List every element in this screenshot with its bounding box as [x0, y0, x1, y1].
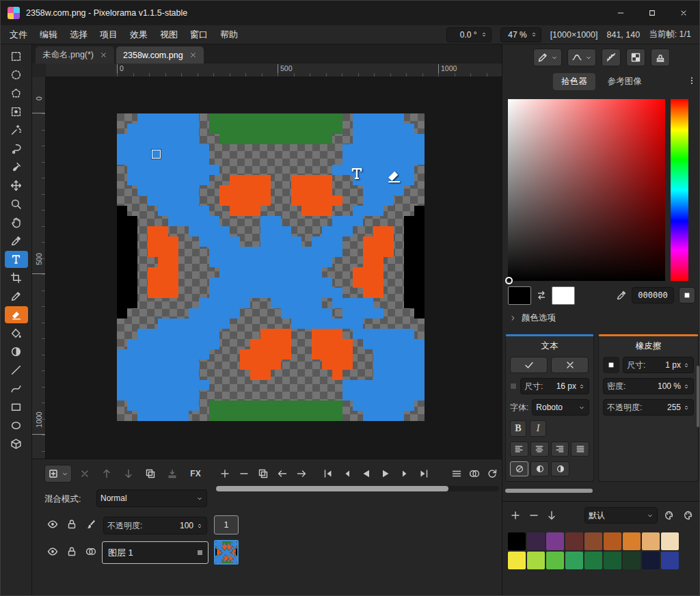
move-layer-down-button[interactable]: [120, 465, 137, 483]
tool-zoom[interactable]: [5, 195, 28, 213]
add-frame-button[interactable]: [216, 465, 234, 483]
tab-close-icon[interactable]: [100, 51, 107, 59]
layer-fx-button[interactable]: FX: [185, 465, 206, 483]
remove-frame-button[interactable]: [235, 465, 253, 483]
value-slider-grip[interactable]: [510, 383, 517, 390]
zoom-spinbox[interactable]: 47 %: [500, 27, 541, 42]
move-layer-up-button[interactable]: [98, 465, 116, 483]
go-first-frame-button[interactable]: [319, 465, 337, 483]
clone-layer-button[interactable]: [142, 465, 159, 483]
bold-button[interactable]: B: [510, 420, 526, 437]
spin-arrows-icon[interactable]: [683, 382, 690, 391]
add-layer-button[interactable]: [44, 465, 72, 483]
tool-rect-select[interactable]: [5, 48, 28, 65]
merge-layer-button[interactable]: [163, 465, 181, 483]
palette-swatch[interactable]: [604, 552, 621, 569]
tab-untitled[interactable]: 未命名.png(*): [36, 46, 114, 64]
minimize-button[interactable]: [605, 1, 636, 25]
brush-option-button[interactable]: [533, 49, 562, 66]
move-frame-right-button[interactable]: [293, 465, 310, 483]
hex-color-input[interactable]: 000000: [632, 287, 674, 303]
spin-arrows-icon[interactable]: [683, 361, 690, 370]
sort-swatches-button[interactable]: [544, 508, 559, 523]
tab-color-picker[interactable]: 拾色器: [553, 73, 595, 90]
tool-ellipse[interactable]: [5, 417, 28, 434]
tool-panel-scrollbar[interactable]: [505, 489, 593, 493]
spin-arrows-icon[interactable]: [481, 30, 487, 39]
spin-arrows-icon[interactable]: [578, 382, 585, 391]
tool-pan[interactable]: [5, 214, 28, 231]
tool-rectangle[interactable]: [5, 398, 28, 416]
hue-slider[interactable]: [671, 99, 688, 281]
tool-pencil[interactable]: [5, 288, 28, 305]
italic-button[interactable]: I: [530, 420, 546, 437]
tool-color-select[interactable]: [5, 103, 28, 120]
add-swatch-button[interactable]: [508, 508, 523, 523]
text-confirm-button[interactable]: [510, 357, 548, 373]
close-button[interactable]: [668, 1, 699, 25]
primary-color-swatch[interactable]: [508, 286, 531, 305]
cel-thumbnail[interactable]: [214, 540, 239, 565]
palette-swatch[interactable]: [565, 552, 583, 569]
spin-arrows-icon[interactable]: [530, 30, 537, 39]
text-cancel-button[interactable]: [551, 357, 589, 373]
palette-swatch[interactable]: [642, 552, 660, 569]
frame-header-1[interactable]: 1: [214, 515, 239, 534]
tile-mode-button[interactable]: [626, 49, 645, 66]
pixel-canvas[interactable]: [117, 113, 425, 421]
tool-crop[interactable]: [5, 269, 28, 286]
menu-effects[interactable]: 效果: [124, 29, 154, 41]
move-frame-left-button[interactable]: [273, 465, 291, 483]
palette-swatch[interactable]: [527, 552, 545, 569]
palette-swatch[interactable]: [584, 532, 602, 550]
next-frame-button[interactable]: [396, 465, 414, 483]
menu-file[interactable]: 文件: [3, 29, 33, 41]
palette-swatch[interactable]: [508, 552, 526, 569]
tool-line[interactable]: [5, 362, 28, 379]
layer-cel-link-toggle[interactable]: [83, 515, 99, 533]
tool-paint-select[interactable]: [5, 159, 28, 176]
menu-view[interactable]: 视图: [154, 29, 184, 41]
tab-close-icon[interactable]: [189, 51, 197, 59]
tool-shading[interactable]: [5, 343, 28, 360]
font-dropdown[interactable]: Roboto: [532, 399, 589, 416]
loop-mode-button[interactable]: [483, 465, 501, 483]
resize-grip[interactable]: [198, 550, 202, 555]
palette-swatch[interactable]: [661, 552, 679, 569]
menu-window[interactable]: 窗口: [184, 29, 214, 41]
color-selector-handle[interactable]: [505, 277, 513, 284]
screen-color-picker-button[interactable]: [616, 290, 627, 301]
tool-poly-select[interactable]: [5, 85, 28, 102]
tab-reference-images[interactable]: 参考图像: [600, 73, 650, 90]
layer-lock-toggle[interactable]: [64, 515, 80, 533]
play-backwards-button[interactable]: [358, 465, 375, 483]
tool-lasso[interactable]: [5, 140, 28, 157]
tool-curve[interactable]: [5, 380, 28, 397]
layer-name-field[interactable]: 图层 1: [102, 541, 208, 564]
align-left-button[interactable]: [510, 442, 528, 457]
palette-swatch[interactable]: [565, 532, 583, 550]
align-center-button[interactable]: [530, 442, 549, 457]
layer1-visibility-toggle[interactable]: [44, 543, 61, 560]
color-mode-button[interactable]: [679, 287, 695, 303]
menu-help[interactable]: 帮助: [214, 29, 244, 41]
remove-layer-button[interactable]: [76, 465, 94, 483]
spin-arrows-icon[interactable]: [683, 403, 690, 412]
palette-select-dropdown[interactable]: 默认: [584, 507, 658, 524]
tool-shape-3d[interactable]: [5, 435, 28, 452]
timeline-scrollbar-thumb[interactable]: [216, 486, 448, 491]
palette-swatch[interactable]: [604, 532, 621, 550]
dynamics-option-button[interactable]: [567, 49, 596, 66]
outline-right-button[interactable]: [551, 461, 569, 476]
tool-ellipse-select[interactable]: [5, 66, 28, 83]
onion-skinning-button[interactable]: [466, 465, 483, 483]
tool-eraser[interactable]: [5, 306, 28, 323]
layer-opacity-spinbox[interactable]: 不透明度: 100: [103, 517, 207, 534]
palette-swatch[interactable]: [661, 532, 679, 550]
align-right-button[interactable]: [551, 442, 569, 457]
timeline-scrollbar[interactable]: [216, 486, 499, 491]
align-justify-button[interactable]: [571, 442, 589, 457]
text-size-spinbox[interactable]: 尺寸: 16 px: [520, 378, 589, 394]
tool-color-picker[interactable]: [5, 232, 28, 249]
antialias-option-button[interactable]: [602, 49, 621, 66]
